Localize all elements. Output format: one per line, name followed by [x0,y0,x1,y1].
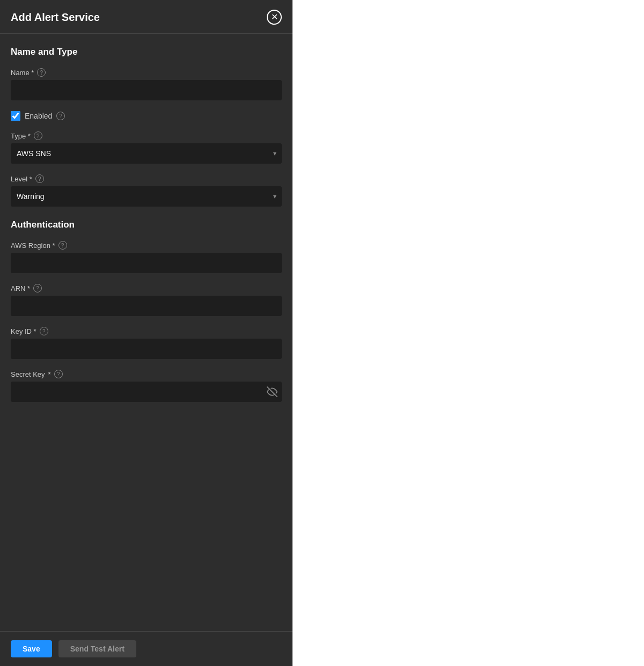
save-button[interactable]: Save [11,640,52,657]
close-icon: ✕ [271,13,278,21]
key-id-help-icon[interactable]: ? [40,327,48,335]
key-id-label-text: Key ID * [11,327,36,335]
enabled-field-group: Enabled ? [11,111,282,121]
aws-region-field-group: AWS Region * ? [11,241,282,273]
name-input[interactable] [11,80,282,100]
secret-key-label: Secret Key * ? [11,370,282,378]
secret-key-label-text: Secret Key [11,370,45,378]
add-alert-service-panel: Add Alert Service ✕ Name and Type Name *… [0,0,292,666]
type-label: Type * ? [11,131,282,140]
aws-region-label-text: AWS Region * [11,241,55,250]
arn-label-text: ARN * [11,284,30,292]
secret-key-wrapper [11,382,282,402]
enabled-checkbox[interactable] [11,111,20,121]
level-label: Level * ? [11,174,282,183]
name-and-type-title: Name and Type [11,47,282,57]
panel-body: Name and Type Name * ? Enabled ? Type * [0,34,292,631]
type-help-icon[interactable]: ? [34,131,42,140]
arn-field-group: ARN * ? [11,284,282,316]
close-button[interactable]: ✕ [267,10,282,25]
type-label-text: Type * [11,132,31,140]
aws-region-help-icon[interactable]: ? [58,241,67,250]
eye-slash-icon [267,386,277,397]
type-select[interactable]: AWS SNS Email Slack PagerDuty Webhook [11,143,282,164]
panel-header: Add Alert Service ✕ [0,0,292,34]
name-label: Name * ? [11,68,282,77]
name-and-type-section: Name and Type Name * ? Enabled ? Type * [11,47,282,207]
arn-label: ARN * ? [11,284,282,292]
authentication-section: Authentication AWS Region * ? ARN * ? [11,219,282,402]
type-field-group: Type * ? AWS SNS Email Slack PagerDuty W… [11,131,282,164]
secret-key-field-group: Secret Key * ? [11,370,282,402]
key-id-input[interactable] [11,339,282,359]
level-select[interactable]: Warning Critical Info [11,186,282,207]
level-select-wrapper: Warning Critical Info ▾ [11,186,282,207]
aws-region-label: AWS Region * ? [11,241,282,250]
enabled-label: Enabled [25,112,52,120]
secret-key-help-icon[interactable]: ? [54,370,63,378]
key-id-field-group: Key ID * ? [11,327,282,359]
secret-key-required-star: * [48,370,51,378]
arn-help-icon[interactable]: ? [33,284,42,292]
key-id-label: Key ID * ? [11,327,282,335]
secret-key-input[interactable] [11,382,282,402]
panel-title: Add Alert Service [11,11,100,24]
arn-input[interactable] [11,296,282,316]
level-help-icon[interactable]: ? [35,174,44,183]
send-test-alert-button[interactable]: Send Test Alert [58,640,136,657]
name-field-group: Name * ? [11,68,282,100]
level-field-group: Level * ? Warning Critical Info ▾ [11,174,282,207]
level-label-text: Level * [11,175,32,183]
aws-region-input[interactable] [11,253,282,273]
authentication-title: Authentication [11,219,282,230]
type-select-wrapper: AWS SNS Email Slack PagerDuty Webhook ▾ [11,143,282,164]
footer-actions: Save Send Test Alert [0,631,292,666]
name-label-text: Name * [11,69,34,77]
toggle-secret-key-visibility-button[interactable] [267,386,277,397]
name-help-icon[interactable]: ? [37,68,46,77]
enabled-help-icon[interactable]: ? [56,112,65,120]
